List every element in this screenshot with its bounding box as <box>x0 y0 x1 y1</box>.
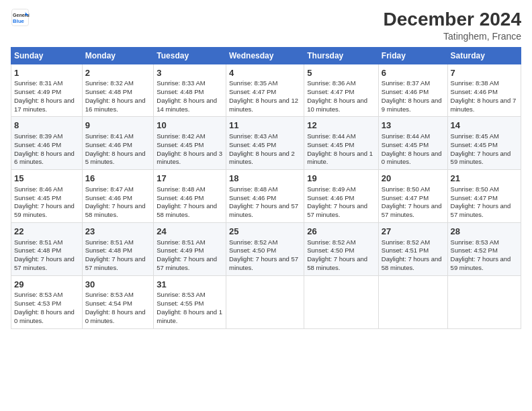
daylight: Daylight: 8 hours and 14 minutes. <box>157 97 217 113</box>
daylight: Daylight: 7 hours and 57 minutes. <box>451 202 511 218</box>
day-number: 7 <box>451 67 518 79</box>
sunrise: Sunrise: 8:35 AM <box>229 79 277 87</box>
logo: General Blue <box>11 8 30 27</box>
sunset: Sunset: 4:52 PM <box>451 246 498 254</box>
day-number: 25 <box>229 226 301 238</box>
sunset: Sunset: 4:46 PM <box>229 194 276 201</box>
col-friday: Friday <box>378 47 447 64</box>
sunrise: Sunrise: 8:48 AM <box>229 185 277 193</box>
sunrise: Sunrise: 8:44 AM <box>382 132 430 140</box>
sunrise: Sunrise: 8:53 AM <box>451 238 499 246</box>
sunrise: Sunrise: 8:33 AM <box>157 79 205 87</box>
day-number: 8 <box>14 120 79 132</box>
sunset: Sunset: 4:47 PM <box>382 194 429 201</box>
sunrise: Sunrise: 8:48 AM <box>157 185 205 193</box>
day-cell: 27Sunrise: 8:52 AMSunset: 4:51 PMDayligh… <box>378 222 447 275</box>
col-sunday: Sunday <box>11 47 83 64</box>
day-cell: 18Sunrise: 8:48 AMSunset: 4:46 PMDayligh… <box>226 170 304 223</box>
header-row: Sunday Monday Tuesday Wednesday Thursday… <box>11 47 521 64</box>
day-number: 23 <box>85 226 151 238</box>
day-number: 9 <box>85 120 151 132</box>
sunrise: Sunrise: 8:44 AM <box>307 132 355 140</box>
daylight: Daylight: 7 hours and 59 minutes. <box>451 150 511 166</box>
day-cell: 11Sunrise: 8:43 AMSunset: 4:45 PMDayligh… <box>226 117 304 170</box>
day-cell: 9Sunrise: 8:41 AMSunset: 4:46 PMDaylight… <box>82 117 154 170</box>
day-number: 18 <box>229 173 301 185</box>
day-number: 19 <box>307 173 375 185</box>
sunset: Sunset: 4:54 PM <box>85 300 132 307</box>
day-number: 11 <box>229 120 301 132</box>
sunset: Sunset: 4:49 PM <box>157 246 204 254</box>
day-number: 30 <box>85 279 151 291</box>
daylight: Daylight: 7 hours and 57 minutes. <box>382 202 442 218</box>
sunset: Sunset: 4:51 PM <box>382 246 429 254</box>
sunset: Sunset: 4:46 PM <box>157 194 204 201</box>
day-cell: 20Sunrise: 8:50 AMSunset: 4:47 PMDayligh… <box>378 170 447 223</box>
sunrise: Sunrise: 8:53 AM <box>157 291 205 298</box>
day-cell <box>378 275 447 328</box>
sunrise: Sunrise: 8:47 AM <box>85 185 134 193</box>
daylight: Daylight: 7 hours and 57 minutes. <box>229 202 298 218</box>
page: General Blue December 2024 Tatinghem, Fr… <box>0 0 532 411</box>
day-number: 16 <box>85 173 151 185</box>
day-number: 26 <box>307 226 375 238</box>
day-cell: 26Sunrise: 8:52 AMSunset: 4:50 PMDayligh… <box>304 222 379 275</box>
day-cell: 14Sunrise: 8:45 AMSunset: 4:45 PMDayligh… <box>447 117 521 170</box>
week-row-5: 29Sunrise: 8:53 AMSunset: 4:53 PMDayligh… <box>11 275 521 328</box>
sunrise: Sunrise: 8:37 AM <box>382 79 430 87</box>
daylight: Daylight: 8 hours and 9 minutes. <box>382 97 442 113</box>
daylight: Daylight: 8 hours and 10 minutes. <box>307 97 367 113</box>
sunrise: Sunrise: 8:53 AM <box>85 291 134 298</box>
title-block: December 2024 Tatinghem, France <box>384 8 521 42</box>
sunset: Sunset: 4:55 PM <box>157 300 204 307</box>
day-cell: 2Sunrise: 8:32 AMSunset: 4:48 PMDaylight… <box>82 64 154 117</box>
daylight: Daylight: 7 hours and 58 minutes. <box>307 255 367 271</box>
sunrise: Sunrise: 8:53 AM <box>14 291 62 298</box>
sunset: Sunset: 4:47 PM <box>451 194 498 201</box>
daylight: Daylight: 7 hours and 57 minutes. <box>157 255 217 271</box>
sunset: Sunset: 4:46 PM <box>85 194 132 201</box>
day-cell: 4Sunrise: 8:35 AMSunset: 4:47 PMDaylight… <box>226 64 304 117</box>
sunrise: Sunrise: 8:51 AM <box>157 238 205 246</box>
sunrise: Sunrise: 8:43 AM <box>229 132 277 140</box>
day-number: 13 <box>382 120 445 132</box>
day-cell: 12Sunrise: 8:44 AMSunset: 4:45 PMDayligh… <box>304 117 379 170</box>
main-title: December 2024 <box>384 8 521 31</box>
day-number: 15 <box>14 173 79 185</box>
header: General Blue December 2024 Tatinghem, Fr… <box>11 8 521 42</box>
sunrise: Sunrise: 8:51 AM <box>14 238 62 246</box>
daylight: Daylight: 8 hours and 1 minute. <box>307 150 373 166</box>
day-number: 27 <box>382 226 445 238</box>
col-saturday: Saturday <box>447 47 521 64</box>
calendar-body: 1Sunrise: 8:31 AMSunset: 4:49 PMDaylight… <box>11 64 521 328</box>
sunrise: Sunrise: 8:52 AM <box>382 238 430 246</box>
day-cell: 24Sunrise: 8:51 AMSunset: 4:49 PMDayligh… <box>154 222 226 275</box>
day-number: 10 <box>157 120 223 132</box>
day-cell: 5Sunrise: 8:36 AMSunset: 4:47 PMDaylight… <box>304 64 379 117</box>
daylight: Daylight: 8 hours and 3 minutes. <box>157 150 222 166</box>
day-cell: 3Sunrise: 8:33 AMSunset: 4:48 PMDaylight… <box>154 64 226 117</box>
day-cell: 28Sunrise: 8:53 AMSunset: 4:52 PMDayligh… <box>447 222 521 275</box>
sunrise: Sunrise: 8:50 AM <box>451 185 499 193</box>
sunrise: Sunrise: 8:52 AM <box>307 238 355 246</box>
sunset: Sunset: 4:45 PM <box>307 141 354 148</box>
sunrise: Sunrise: 8:51 AM <box>85 238 134 246</box>
daylight: Daylight: 8 hours and 0 minutes. <box>382 150 442 166</box>
sunset: Sunset: 4:45 PM <box>157 141 204 148</box>
day-number: 2 <box>85 67 151 79</box>
sunset: Sunset: 4:45 PM <box>14 194 61 201</box>
sunset: Sunset: 4:50 PM <box>229 246 276 254</box>
day-number: 22 <box>14 226 79 238</box>
sunrise: Sunrise: 8:41 AM <box>85 132 134 140</box>
daylight: Daylight: 8 hours and 5 minutes. <box>85 150 146 166</box>
logo-icon: General Blue <box>11 8 30 27</box>
day-cell: 7Sunrise: 8:38 AMSunset: 4:46 PMDaylight… <box>447 64 521 117</box>
sunrise: Sunrise: 8:52 AM <box>229 238 277 246</box>
day-cell: 10Sunrise: 8:42 AMSunset: 4:45 PMDayligh… <box>154 117 226 170</box>
day-number: 29 <box>14 279 79 291</box>
day-number: 12 <box>307 120 375 132</box>
daylight: Daylight: 7 hours and 59 minutes. <box>451 255 511 271</box>
sunrise: Sunrise: 8:31 AM <box>14 79 62 87</box>
day-cell: 6Sunrise: 8:37 AMSunset: 4:46 PMDaylight… <box>378 64 447 117</box>
daylight: Daylight: 7 hours and 57 minutes. <box>14 255 75 271</box>
